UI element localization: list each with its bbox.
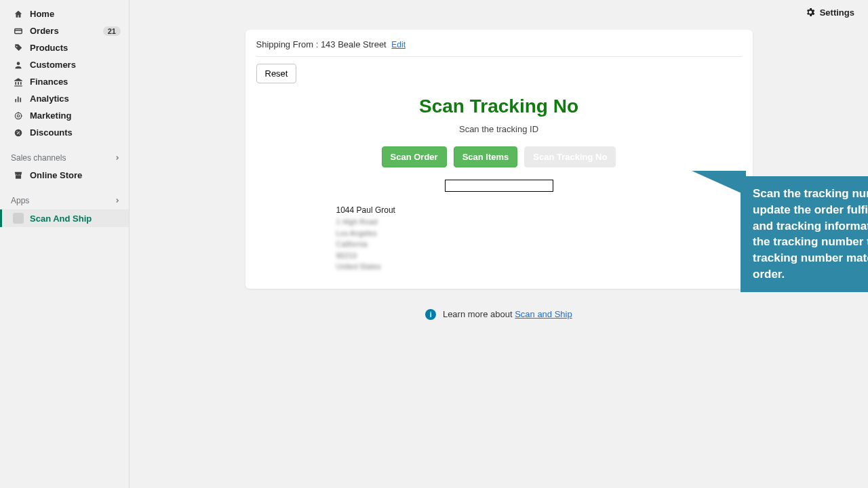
- sidebar-section-sales[interactable]: Sales channels: [0, 149, 129, 167]
- sidebar-item-customers[interactable]: Customers: [0, 56, 129, 73]
- sidebar-section-label: Sales channels: [11, 153, 66, 163]
- order-address-line: Los Angeles: [336, 228, 742, 239]
- order-address-line: California: [336, 239, 742, 250]
- bank-icon: [12, 77, 24, 87]
- callout-text: Scan the tracking number to update the o…: [753, 187, 868, 281]
- settings-label: Settings: [820, 7, 854, 18]
- sidebar-item-label: Discounts: [30, 127, 73, 138]
- learn-more-link[interactable]: Scan and Ship: [515, 309, 572, 319]
- svg-rect-5: [20, 98, 21, 102]
- edit-shipping-link[interactable]: Edit: [391, 40, 406, 49]
- svg-rect-0: [15, 28, 22, 33]
- svg-point-2: [17, 62, 20, 65]
- discount-icon: [12, 128, 24, 138]
- tooltip-callout: Scan the tracking number to update the o…: [741, 176, 868, 292]
- learn-more-prefix: Learn more about: [443, 309, 515, 319]
- order-address-line: United States: [336, 261, 742, 272]
- main-area: Settings Shipping From : 143 Beale Stree…: [130, 0, 868, 488]
- sidebar-item-label: Marketing: [30, 110, 71, 121]
- sidebar-item-discounts[interactable]: Discounts: [0, 124, 129, 141]
- reset-button[interactable]: Reset: [256, 64, 297, 83]
- svg-point-1: [16, 45, 18, 47]
- scan-order-button[interactable]: Scan Order: [382, 146, 447, 167]
- settings-button[interactable]: Settings: [805, 7, 854, 18]
- home-icon: [12, 9, 24, 19]
- order-details: 1044 Paul Grout 1 High Road Los Angeles …: [336, 204, 742, 272]
- step-buttons: Scan Order Scan Items Scan Tracking No: [256, 146, 742, 167]
- svg-point-7: [17, 115, 20, 117]
- shipping-from-value: 143 Beale Street: [321, 39, 387, 49]
- svg-rect-4: [18, 96, 19, 102]
- scan-card: Shipping From : 143 Beale Street Edit Re…: [245, 30, 753, 289]
- info-icon: i: [425, 309, 436, 320]
- svg-point-6: [15, 113, 21, 119]
- store-icon: [12, 171, 24, 180]
- sidebar-item-label: Home: [30, 9, 54, 19]
- sidebar-item-orders[interactable]: Orders 21: [0, 22, 129, 39]
- scan-tracking-button[interactable]: Scan Tracking No: [524, 146, 616, 167]
- learn-more-row: i Learn more about Scan and Ship: [130, 309, 868, 320]
- sidebar: Home Orders 21 Products Customers Financ…: [0, 0, 130, 488]
- sidebar-item-label: Analytics: [30, 94, 69, 104]
- sidebar-section-label: Apps: [11, 196, 29, 205]
- orders-icon: [12, 26, 24, 36]
- sidebar-item-marketing[interactable]: Marketing: [0, 107, 129, 124]
- svg-rect-3: [15, 99, 16, 102]
- orders-badge: 21: [103, 26, 121, 36]
- person-icon: [12, 60, 24, 70]
- page-subtitle: Scan the tracking ID: [256, 124, 742, 134]
- svg-point-10: [19, 134, 20, 134]
- sidebar-item-label: Products: [30, 43, 68, 53]
- sidebar-item-online-store[interactable]: Online Store: [0, 167, 129, 184]
- analytics-icon: [12, 94, 24, 104]
- sidebar-item-label: Finances: [30, 77, 68, 87]
- tracking-input[interactable]: [445, 180, 553, 192]
- sidebar-item-label: Scan And Ship: [30, 214, 92, 224]
- shipping-from-label: Shipping From :: [256, 39, 321, 49]
- sidebar-item-home[interactable]: Home: [0, 5, 129, 22]
- app-icon: [12, 213, 24, 224]
- page-title: Scan Tracking No: [256, 96, 742, 117]
- sidebar-item-scan-and-ship[interactable]: Scan And Ship: [0, 209, 129, 227]
- sidebar-item-label: Online Store: [30, 170, 82, 180]
- tag-icon: [12, 43, 24, 53]
- sidebar-item-analytics[interactable]: Analytics: [0, 90, 129, 107]
- sidebar-item-label: Orders: [30, 26, 59, 36]
- sidebar-section-apps[interactable]: Apps: [0, 192, 129, 209]
- svg-point-9: [17, 131, 18, 131]
- target-icon: [12, 111, 24, 121]
- order-title: 1044 Paul Grout: [336, 204, 742, 216]
- chevron-right-icon: [114, 155, 121, 161]
- order-address-line: 90210: [336, 250, 742, 262]
- shipping-from-row: Shipping From : 143 Beale Street Edit: [256, 39, 742, 57]
- sidebar-item-products[interactable]: Products: [0, 39, 129, 56]
- gear-icon: [805, 7, 816, 18]
- chevron-right-icon: [114, 197, 121, 204]
- sidebar-item-finances[interactable]: Finances: [0, 73, 129, 90]
- scan-items-button[interactable]: Scan Items: [454, 146, 518, 167]
- sidebar-item-label: Customers: [30, 60, 76, 70]
- order-address-line: 1 High Road: [336, 216, 742, 228]
